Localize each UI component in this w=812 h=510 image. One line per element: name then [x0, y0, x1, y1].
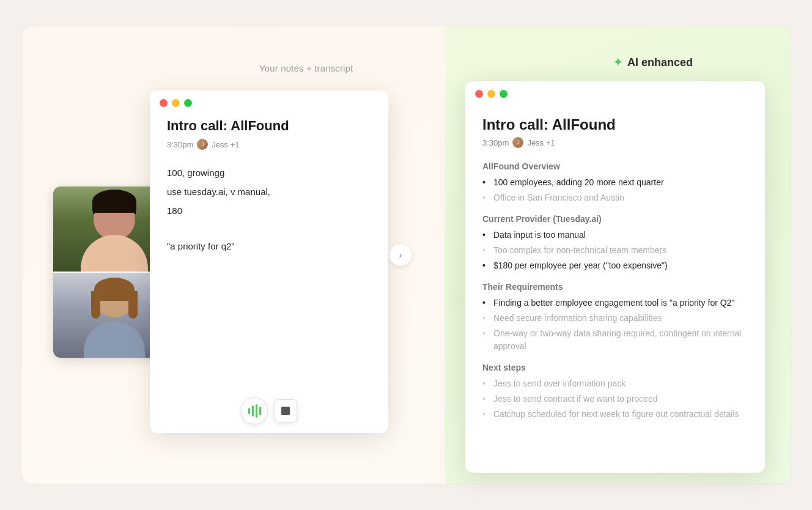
ai-label: ✦ AI enhanced: [613, 56, 693, 69]
stop-button[interactable]: [274, 399, 297, 423]
mic-bars-icon: [248, 404, 261, 418]
notes-meta: 3:30pm J Jess +1: [167, 139, 371, 150]
section-list-0: 100 employees, adding 20 more next quart…: [482, 176, 748, 204]
list-item-3-0: Jess to send over information pack: [482, 377, 748, 390]
notes-title: Intro call: AllFound: [167, 118, 371, 134]
notes-line-1: 100, growingg: [167, 164, 371, 181]
bar-2: [252, 405, 254, 416]
ai-window-controls: [465, 81, 765, 104]
bar-3: [256, 404, 257, 418]
list-item-2-0: Finding a better employee engagement too…: [482, 297, 748, 309]
attendee-avatar: J: [197, 139, 208, 150]
list-item-1-1: Too complex for non-technical team membe…: [482, 244, 748, 257]
sparkle-icon: ✦: [613, 56, 622, 69]
ai-minimize-dot[interactable]: [487, 90, 495, 98]
bar-4: [259, 407, 261, 415]
notes-window: Intro call: AllFound 3:30pm J Jess +1 10…: [150, 91, 388, 433]
ai-close-dot[interactable]: [475, 90, 483, 98]
notes-line-4: "a priority for q2": [167, 238, 371, 254]
list-item-0-0: 100 employees, adding 20 more next quart…: [482, 176, 748, 189]
notes-attendee: Jess +1: [212, 140, 239, 149]
notes-line-2: use tuesday.ai, v manual,: [167, 183, 371, 200]
notes-line-3: 180: [167, 202, 371, 219]
maximize-dot[interactable]: [184, 99, 192, 107]
main-container: Your notes + transcript ✦ AI enhanced: [21, 26, 791, 484]
content-wrapper: Your notes + transcript ✦ AI enhanced: [21, 26, 791, 484]
list-item-3-2: Catchup scheduled for next week to figur…: [482, 408, 748, 421]
list-item-1-0: Data input is too manual: [482, 229, 748, 242]
stop-icon: [281, 407, 290, 415]
list-item-2-1: Need secure information sharing capabili…: [482, 312, 748, 325]
ai-attendee-avatar: J: [512, 137, 523, 148]
mic-button[interactable]: [241, 397, 268, 424]
section-heading-3: Next steps: [482, 363, 748, 372]
ai-title: Intro call: AllFound: [482, 116, 748, 133]
close-dot[interactable]: [160, 99, 168, 107]
controls-bar: [150, 389, 388, 433]
expand-arrow-button[interactable]: ›: [389, 244, 412, 266]
ai-maximize-dot[interactable]: [500, 90, 508, 98]
section-list-3: Jess to send over information pack Jess …: [482, 377, 748, 421]
minimize-dot[interactable]: [172, 99, 180, 107]
list-item-3-1: Jess to send contract if we want to proc…: [482, 393, 748, 405]
list-item-2-2: One-way or two-way data sharing required…: [482, 327, 748, 353]
list-item-1-2: $180 per employee per year ("too expensi…: [482, 259, 748, 272]
notes-body: 100, growingg use tuesday.ai, v manual, …: [167, 164, 371, 254]
notes-time: 3:30pm: [167, 140, 193, 149]
section-heading-0: AllFound Overview: [482, 161, 748, 171]
section-list-2: Finding a better employee engagement too…: [482, 297, 748, 353]
section-list-1: Data input is too manual Too complex for…: [482, 229, 748, 272]
bar-1: [248, 408, 250, 414]
ai-attendee: Jess +1: [527, 138, 555, 147]
svg-rect-0: [281, 407, 290, 415]
ai-content: Intro call: AllFound 3:30pm J Jess +1 Al…: [465, 104, 765, 443]
window-controls: [150, 91, 388, 113]
section-heading-1: Current Provider (Tuesday.ai): [482, 214, 748, 224]
notes-content: Intro call: AllFound 3:30pm J Jess +1 10…: [150, 113, 388, 389]
list-item-0-1: Office in San Francisco and Austin: [482, 191, 748, 204]
section-heading-2: Their Requirements: [482, 282, 748, 292]
notes-label: Your notes + transcript: [259, 63, 353, 73]
ai-time: 3:30pm: [482, 138, 509, 147]
ai-meta: 3:30pm J Jess +1: [482, 137, 748, 148]
ai-window: Intro call: AllFound 3:30pm J Jess +1 Al…: [465, 81, 765, 473]
